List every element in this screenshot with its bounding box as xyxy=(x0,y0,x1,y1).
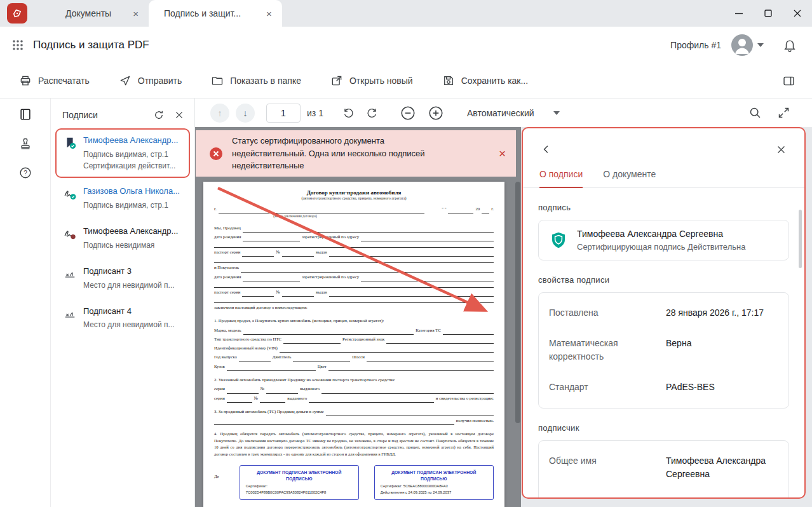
tab-documents[interactable]: Документы × xyxy=(50,0,149,27)
property-label: Стандарт xyxy=(549,381,658,395)
blank-line xyxy=(448,207,473,213)
doc-text: Шасси xyxy=(352,353,365,362)
doc-text: Марка, модель xyxy=(214,326,241,335)
search-icon[interactable] xyxy=(748,106,762,119)
signature-stamp: ДОКУМЕНТ ПОДПИСАН ЭЛЕКТРОННОЙ ПОДПИСЬЮ С… xyxy=(374,465,494,500)
signatures-book-icon[interactable] xyxy=(18,107,32,121)
close-icon[interactable]: × xyxy=(133,9,139,18)
page-up-button[interactable]: ↑ xyxy=(210,104,229,123)
profile-label[interactable]: Профиль #1 xyxy=(670,40,721,50)
contract-row: КузовЦвет xyxy=(214,362,494,371)
apps-grid-icon[interactable] xyxy=(11,39,24,51)
blank-line xyxy=(282,250,314,257)
rotate-right-icon[interactable] xyxy=(366,107,378,119)
details-tabs: О подписи О документе xyxy=(523,169,804,188)
chevron-down-icon xyxy=(553,111,560,115)
svg-text:?: ? xyxy=(24,170,27,177)
tab-sign-protect[interactable]: Подпись и защит... × xyxy=(149,0,282,27)
print-button[interactable]: Распечатать xyxy=(19,74,90,87)
property-value: RU xyxy=(666,498,778,499)
doc-text: выдан xyxy=(316,288,327,297)
contract-row: 2. Указанный автомобиль принадлежит Прод… xyxy=(214,375,494,384)
doc-text: г. xyxy=(491,205,494,213)
page-number-input[interactable] xyxy=(266,104,301,123)
zoom-out-icon[interactable] xyxy=(400,105,416,121)
blank-line xyxy=(243,328,414,335)
signature-list-item[interactable]: Подписант 3 Место для невидимой п... xyxy=(55,259,190,298)
stamp-icon[interactable] xyxy=(18,137,32,151)
signature-name[interactable]: Тимофеева Александр... xyxy=(83,135,178,146)
blank-line xyxy=(242,250,274,257)
document-area: Статус сертифицированного документа неде… xyxy=(195,127,521,507)
tab-about-signature[interactable]: О подписи xyxy=(539,169,583,187)
signer-name: Тимофеева Александра Сергеевна xyxy=(577,229,745,239)
send-icon xyxy=(119,74,132,87)
close-panel-icon[interactable] xyxy=(174,110,184,120)
open-new-button[interactable]: Открыть новый xyxy=(330,74,413,87)
signature-line1: Место для невидимой п... xyxy=(83,280,175,291)
fullscreen-icon[interactable] xyxy=(777,106,790,119)
blank-line xyxy=(243,226,494,233)
app-header: Подпись и защита PDF Профиль #1 xyxy=(0,27,812,64)
signature-stamps-row: Де ДОКУМЕНТ ПОДПИСАН ЭЛЕКТРОННОЙ ПОДПИСЬ… xyxy=(214,465,494,500)
signature-name[interactable]: Подписант 3 xyxy=(83,266,175,277)
blank-line xyxy=(239,356,271,362)
signature-list-item[interactable]: Тимофеева Александр... Подпись видимая, … xyxy=(55,128,190,178)
notifications-bell-icon[interactable] xyxy=(783,38,797,52)
contract-subtitle: (автомототранспортного средства, прицепа… xyxy=(214,196,494,200)
zoom-in-icon[interactable] xyxy=(428,105,444,121)
blank-line xyxy=(266,388,298,394)
close-icon[interactable]: × xyxy=(266,9,272,18)
signature-stamp: ДОКУМЕНТ ПОДПИСАН ЭЛЕКТРОННОЙ ПОДПИСЬЮ С… xyxy=(240,465,359,500)
contract-row xyxy=(214,297,494,303)
help-icon[interactable]: ? xyxy=(18,166,32,180)
side-panel-toggle-icon[interactable] xyxy=(782,74,795,88)
contract-row xyxy=(214,257,494,263)
contract-row: паспорт серии№выдан xyxy=(214,288,494,297)
contract-row xyxy=(214,241,494,248)
details-scrollbar[interactable] xyxy=(799,210,802,268)
contract-row: Год выпускаДвигательШасси xyxy=(214,353,494,362)
doc-text: 3. За проданный автомобиль (ТС) Продавец… xyxy=(214,407,324,416)
signature-list-item[interactable]: Подписант 4 Место для невидимой п... xyxy=(55,299,190,338)
property-value: PAdES-BES xyxy=(666,381,778,395)
banner-close-icon[interactable]: × xyxy=(499,147,506,159)
contract-row: дата рождениязарегистрированный по адрес… xyxy=(214,233,494,241)
tab-about-document[interactable]: О документе xyxy=(603,169,656,187)
close-details-icon[interactable] xyxy=(776,144,787,155)
signature-name[interactable]: Тимофеева Александр... xyxy=(83,226,178,237)
close-window-icon[interactable] xyxy=(793,9,802,18)
doc-text: № xyxy=(276,248,280,257)
doc-text: Кузов xyxy=(214,362,225,371)
back-icon[interactable] xyxy=(541,144,552,155)
main-toolbar: Распечатать Отправить Показать в папке О… xyxy=(0,64,812,98)
property-label: Математическая корректность xyxy=(549,337,658,364)
page-down-button[interactable]: ↓ xyxy=(236,104,255,123)
minimize-icon[interactable] xyxy=(734,9,743,18)
refresh-icon[interactable] xyxy=(153,109,165,121)
tab-sign-protect-label: Подпись и защит... xyxy=(164,8,241,18)
signature-name[interactable]: Подписант 4 xyxy=(83,306,175,317)
chevron-down-icon[interactable] xyxy=(757,43,764,47)
signature-list-item[interactable]: Газизова Ольга Никола... Подпись видимая… xyxy=(55,179,190,218)
blank-line xyxy=(214,297,494,303)
send-button[interactable]: Отправить xyxy=(119,74,182,87)
zoom-mode-select[interactable]: Автоматический xyxy=(467,108,560,118)
blank-line xyxy=(328,365,494,371)
signature-list-item[interactable]: Тимофеева Александр... Подпись невидимая xyxy=(55,219,190,258)
blank-line xyxy=(482,207,489,213)
signature-line1: Подпись видимая, стр.1 xyxy=(83,149,178,160)
avatar[interactable] xyxy=(731,34,753,56)
show-in-folder-button[interactable]: Показать в папке xyxy=(211,74,301,87)
save-as-button[interactable]: Сохранить как... xyxy=(442,74,528,87)
document-scrollbar[interactable] xyxy=(515,182,520,423)
contract-row: серии№выданногои свидетельства о регистр… xyxy=(214,394,494,403)
signature-details-panel: О подписи О документе подпись Тимофеева … xyxy=(522,127,806,499)
rotate-left-icon[interactable] xyxy=(342,107,355,119)
signature-line2: Сертификация действит... xyxy=(83,161,178,172)
blank-line xyxy=(386,337,494,344)
maximize-icon[interactable] xyxy=(764,9,773,18)
doc-text: Мы, Продавец xyxy=(214,224,241,233)
app-logo-icon xyxy=(11,8,23,19)
signature-name[interactable]: Газизова Ольга Никола... xyxy=(83,186,180,197)
